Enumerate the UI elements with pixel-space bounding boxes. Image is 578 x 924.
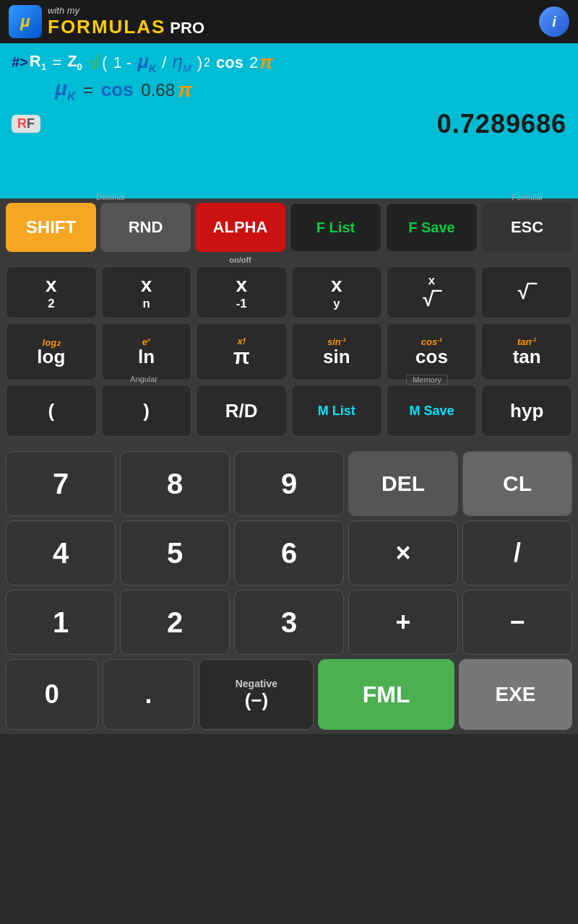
row1-buttons: SHIFT RND ALPHA on/off F List F Save ESC xyxy=(6,203,572,252)
row2-buttons: x2 xn x-1 xy x√‾ √‾ xyxy=(6,266,572,318)
one-button[interactable]: 1 xyxy=(6,590,116,655)
two-button[interactable]: 2 xyxy=(120,590,230,655)
pro-label: PRO xyxy=(170,19,204,38)
calculator-body: Decimal Formular SHIFT RND ALPHA on/off … xyxy=(0,199,578,734)
header-title-group: with my FORMULAS PRO xyxy=(48,5,204,38)
plus-button[interactable]: + xyxy=(348,590,458,655)
mu-symbol: μ xyxy=(20,12,30,31)
formula-line1: #> R1 = Z0 √ ( 1 - μK / ηM ) 2 cos 2 π xyxy=(12,51,566,74)
esc-button[interactable]: ESC xyxy=(482,203,572,252)
result-display: 0.7289686 xyxy=(437,109,566,139)
rnd-button[interactable]: RND xyxy=(100,203,191,252)
sin-button[interactable]: sin-1 sin xyxy=(291,323,382,380)
four-button[interactable]: 4 xyxy=(6,520,116,585)
negative-button[interactable]: Negative (−) xyxy=(199,659,314,730)
with-my-label: with my xyxy=(48,5,204,16)
result-row: RF 0.7289686 xyxy=(12,109,566,139)
numrow2-buttons: 4 5 6 × / xyxy=(6,520,572,585)
row1-wrapper: Decimal Formular SHIFT RND ALPHA on/off … xyxy=(6,203,572,252)
nine-button[interactable]: 9 xyxy=(234,451,344,516)
shift-button[interactable]: SHIFT xyxy=(6,203,96,252)
xinv-button[interactable]: x-1 xyxy=(196,266,287,318)
row1-top-labels: Decimal Formular xyxy=(6,193,572,201)
fml-button[interactable]: FML xyxy=(318,659,454,730)
log-button[interactable]: log₂ log xyxy=(6,323,97,380)
negative-top-label: Negative xyxy=(236,678,277,689)
ln-main-label: ln xyxy=(138,347,155,366)
del-button[interactable]: DEL xyxy=(348,451,458,516)
fsave-button[interactable]: F Save xyxy=(386,203,478,252)
mlist-button[interactable]: M List xyxy=(291,385,382,437)
tan-main-label: tan xyxy=(513,347,541,366)
hyp-button[interactable]: hyp xyxy=(481,385,572,437)
rparen-button[interactable]: ) xyxy=(101,385,192,437)
cos-main-label: cos xyxy=(415,347,448,366)
sin-main-label: sin xyxy=(323,347,350,366)
flist-button[interactable]: F List xyxy=(290,203,381,252)
ln-button[interactable]: ex ln xyxy=(101,323,192,380)
hash-arrow: #> xyxy=(12,54,28,71)
row3-buttons: log₂ log ex ln x! π sin-1 sin cos-1 cos … xyxy=(6,323,572,380)
formular-label: Formular xyxy=(512,193,543,201)
app-header: μ with my FORMULAS PRO i xyxy=(0,0,578,43)
eight-button[interactable]: 8 xyxy=(120,451,230,516)
multiply-button[interactable]: × xyxy=(348,520,458,585)
on-off-label: on/off xyxy=(229,256,251,264)
negative-main-label: (−) xyxy=(245,689,269,712)
row4-buttons: ( ) R/D M List M Save hyp xyxy=(6,385,572,437)
rd-button[interactable]: R/D xyxy=(196,385,287,437)
six-button[interactable]: 6 xyxy=(234,520,344,585)
log-main-label: log xyxy=(37,347,65,366)
decimal-label: Decimal xyxy=(96,193,125,201)
xroot-button[interactable]: x√‾ xyxy=(387,266,478,318)
pi-main-label: π xyxy=(233,346,250,367)
row4-top-labels: Angular Memory xyxy=(6,375,572,385)
rf-badge: RF xyxy=(12,115,40,133)
seven-button[interactable]: 7 xyxy=(6,451,116,516)
zero-button[interactable]: 0 xyxy=(6,659,98,730)
display-area: #> R1 = Z0 √ ( 1 - μK / ηM ) 2 cos 2 π μ… xyxy=(0,43,578,199)
tan-button[interactable]: tan-1 tan xyxy=(481,323,572,380)
dot-button[interactable]: . xyxy=(103,659,195,730)
info-button[interactable]: i xyxy=(539,6,569,37)
msave-button[interactable]: M Save xyxy=(387,385,478,437)
xn-button[interactable]: xn xyxy=(101,266,192,318)
header-left: μ with my FORMULAS PRO xyxy=(9,5,204,38)
formula-line2: μK = cos 0.68 π xyxy=(12,77,566,103)
cos-button[interactable]: cos-1 cos xyxy=(387,323,478,380)
three-button[interactable]: 3 xyxy=(234,590,344,655)
divide-button[interactable]: / xyxy=(462,520,572,585)
five-button[interactable]: 5 xyxy=(120,520,230,585)
minus-button[interactable]: − xyxy=(462,590,572,655)
app-title: FORMULAS xyxy=(48,16,165,38)
numrow1-buttons: 7 8 9 DEL CL xyxy=(6,451,572,516)
angular-label: Angular xyxy=(130,375,158,385)
info-icon: i xyxy=(552,14,556,30)
pi-button[interactable]: x! π xyxy=(196,323,287,380)
numrow3-buttons: 1 2 3 + − xyxy=(6,590,572,655)
sqrt-button[interactable]: √‾ xyxy=(481,266,572,318)
xy-button[interactable]: xy xyxy=(291,266,382,318)
row4-wrapper: Angular Memory ( ) R/D M List M Save hyp xyxy=(6,385,572,437)
lparen-button[interactable]: ( xyxy=(6,385,97,437)
alpha-button[interactable]: ALPHA on/off xyxy=(195,203,285,252)
bottom-row-buttons: 0 . Negative (−) FML EXE xyxy=(6,659,572,730)
exe-button[interactable]: EXE xyxy=(459,659,572,730)
x2-button[interactable]: x2 xyxy=(6,266,97,318)
mu-logo: μ xyxy=(9,5,42,38)
memory-label: Memory xyxy=(406,375,448,385)
cl-button[interactable]: CL xyxy=(462,451,572,516)
